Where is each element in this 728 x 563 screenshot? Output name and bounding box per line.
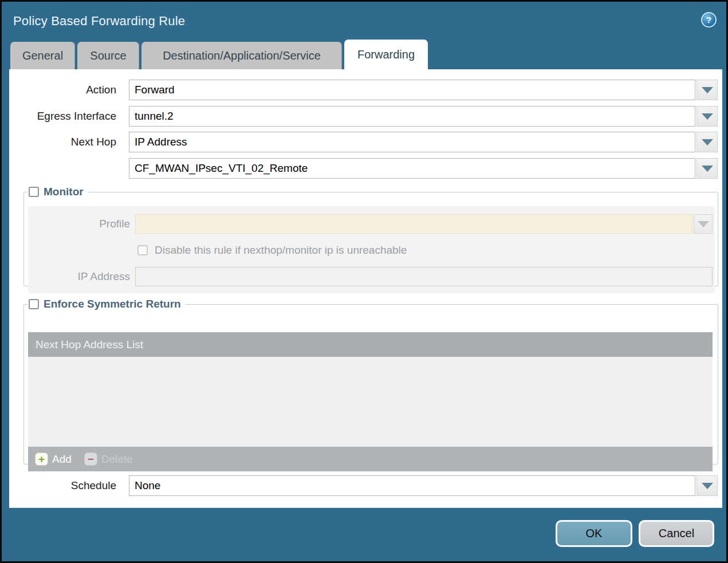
action-dropdown-button[interactable] (696, 80, 718, 100)
chevron-down-icon (702, 139, 713, 145)
tab-forwarding[interactable]: Forwarding (344, 40, 428, 69)
monitor-legend: Monitor (27, 186, 88, 198)
chevron-down-icon (698, 221, 709, 227)
profile-dropdown-button (694, 214, 713, 234)
tab-general[interactable]: General (10, 42, 75, 69)
next-hop-address-combobox[interactable]: CF_MWAN_IPsec_VTI_02_Remote (129, 158, 695, 179)
schedule-label: Schedule (9, 475, 123, 496)
monitor-ip-address-label: IP Address (24, 267, 130, 286)
delete-button: − Delete (84, 452, 133, 466)
egress-interface-combobox[interactable]: tunnel.2 (129, 106, 695, 127)
profile-combobox (135, 214, 692, 234)
action-combobox[interactable]: Forward (129, 80, 695, 100)
egress-interface-label: Egress Interface (9, 106, 123, 127)
help-icon[interactable]: ? (701, 12, 717, 27)
plus-icon: + (35, 452, 48, 466)
chevron-down-icon (702, 166, 713, 172)
enforce-symmetric-return-checkbox[interactable] (29, 299, 39, 309)
next-hop-address-list-body[interactable] (28, 357, 713, 447)
chevron-down-icon (702, 483, 713, 489)
enforce-symmetric-return-legend: Enforce Symmetric Return (27, 298, 186, 310)
schedule-combobox[interactable]: None (129, 475, 695, 496)
minus-icon: − (84, 452, 97, 466)
enforce-symmetric-return-section: Enforce Symmetric Return Next Hop Addres… (23, 298, 718, 464)
tab-source[interactable]: Source (77, 42, 139, 69)
next-hop-type-dropdown-button[interactable] (696, 132, 718, 152)
delete-button-label: Delete (101, 453, 133, 466)
profile-label: Profile (24, 214, 130, 234)
next-hop-address-list-header: Next Hop Address List (28, 332, 713, 357)
monitor-legend-label: Monitor (44, 186, 84, 198)
next-hop-type-combobox[interactable]: IP Address (129, 132, 695, 152)
next-hop-address-dropdown-button[interactable] (696, 158, 718, 179)
egress-interface-dropdown-button[interactable] (696, 106, 718, 127)
cancel-button[interactable]: Cancel (639, 520, 714, 547)
tab-destination-application-service[interactable]: Destination/Application/Service (141, 42, 342, 69)
disable-rule-label: Disable this rule if nexthop/monitor ip … (155, 244, 407, 257)
monitor-section: Monitor Profile Disable this rule if nex… (23, 186, 718, 286)
enforce-symmetric-return-legend-label: Enforce Symmetric Return (44, 298, 181, 310)
title-bar: Policy Based Forwarding Rule ? (3, 3, 725, 39)
chevron-down-icon (702, 87, 713, 93)
dialog-title: Policy Based Forwarding Rule (13, 14, 185, 29)
next-hop-address-table: Next Hop Address List + Add − Delete (28, 332, 713, 471)
tab-strip: General Source Destination/Application/S… (2, 40, 726, 69)
next-hop-label: Next Hop (9, 132, 123, 152)
action-label: Action (9, 80, 123, 100)
chevron-down-icon (702, 113, 713, 120)
monitor-ip-address-input (135, 267, 713, 286)
forwarding-tab-panel: Action Forward Egress Interface tunnel.2… (9, 69, 722, 508)
disable-rule-row: Disable this rule if nexthop/monitor ip … (137, 244, 407, 257)
add-button-label: Add (52, 453, 72, 466)
monitor-checkbox[interactable] (29, 187, 39, 197)
add-button[interactable]: + Add (35, 452, 72, 466)
schedule-dropdown-button[interactable] (696, 475, 718, 496)
disable-rule-checkbox (137, 245, 148, 255)
next-hop-address-list-toolbar: + Add − Delete (28, 447, 713, 471)
dialog-frame: Policy Based Forwarding Rule ? General S… (0, 0, 728, 563)
dialog-footer: OK Cancel (3, 505, 725, 560)
ok-button[interactable]: OK (556, 520, 632, 547)
